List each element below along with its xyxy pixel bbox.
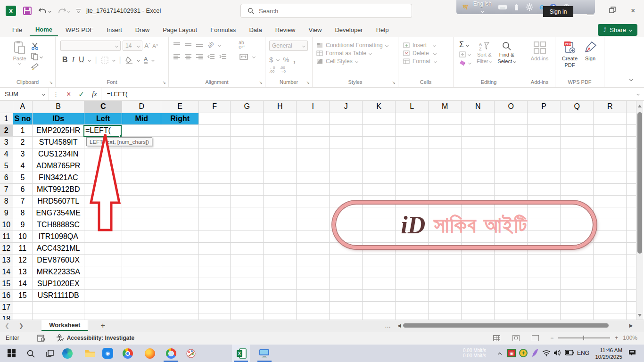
comma-style-icon[interactable]: , bbox=[293, 54, 296, 65]
cell-P3[interactable] bbox=[528, 136, 561, 148]
cell-R12[interactable] bbox=[594, 242, 627, 254]
horizontal-scrollbar[interactable]: ◀ ▶ bbox=[397, 321, 638, 329]
cell-D13[interactable] bbox=[122, 254, 161, 266]
cell-S15[interactable] bbox=[627, 278, 637, 289]
cell-A18[interactable] bbox=[13, 313, 33, 320]
cell-A10[interactable]: 9 bbox=[13, 219, 33, 230]
start-button[interactable] bbox=[6, 347, 17, 359]
firefox-icon[interactable] bbox=[144, 347, 156, 359]
cell-H13[interactable] bbox=[264, 254, 297, 266]
cell-R17[interactable] bbox=[594, 301, 627, 313]
cell-M5[interactable] bbox=[429, 160, 462, 172]
merge-dropdown-icon[interactable] bbox=[252, 55, 256, 58]
cell-H7[interactable] bbox=[264, 183, 297, 195]
collapse-ribbon-icon[interactable] bbox=[629, 77, 633, 81]
align-middle-icon[interactable] bbox=[185, 42, 191, 48]
row-header-3[interactable]: 3 bbox=[0, 136, 13, 148]
normal-view-icon[interactable] bbox=[493, 335, 500, 341]
cell-C18[interactable] bbox=[84, 313, 122, 320]
cell-E5[interactable] bbox=[161, 160, 199, 172]
tab-developer[interactable]: Developer bbox=[329, 24, 368, 36]
cell-G16[interactable] bbox=[231, 289, 264, 301]
cell-E18[interactable] bbox=[161, 313, 199, 320]
column-header-B[interactable]: B bbox=[33, 101, 84, 113]
cell-H14[interactable] bbox=[264, 266, 297, 278]
cell-B16[interactable]: USR1111DB bbox=[33, 289, 84, 301]
cell-I12[interactable] bbox=[297, 242, 330, 254]
cell-J15[interactable] bbox=[330, 278, 363, 289]
cell-B10[interactable]: TCH8888SC bbox=[33, 219, 84, 230]
cell-D12[interactable] bbox=[122, 242, 161, 254]
search-input[interactable] bbox=[259, 8, 391, 15]
cell-P18[interactable] bbox=[528, 313, 561, 320]
cell-R7[interactable] bbox=[594, 183, 627, 195]
cell-E1[interactable]: Right bbox=[161, 113, 199, 124]
column-header-D[interactable]: D bbox=[122, 101, 161, 113]
prev-sheet-icon[interactable]: ❮ bbox=[0, 322, 14, 329]
tab-insert[interactable]: Insert bbox=[101, 24, 128, 36]
row-header-16[interactable]: 16 bbox=[0, 289, 13, 301]
cell-H2[interactable] bbox=[264, 124, 297, 136]
zoom-in-icon[interactable]: + bbox=[615, 335, 618, 341]
cell-I15[interactable] bbox=[297, 278, 330, 289]
wrap-text-icon[interactable]: abc↵ bbox=[239, 41, 245, 49]
cell-E11[interactable] bbox=[161, 230, 199, 242]
cell-S7[interactable] bbox=[627, 183, 637, 195]
select-all-corner[interactable] bbox=[0, 101, 13, 113]
cell-D11[interactable] bbox=[122, 230, 161, 242]
cell-S8[interactable] bbox=[627, 195, 637, 207]
tab-view[interactable]: View bbox=[303, 24, 327, 36]
cell-G5[interactable] bbox=[231, 160, 264, 172]
edge-icon[interactable] bbox=[61, 347, 73, 359]
column-header-H[interactable]: H bbox=[264, 101, 297, 113]
cell-G11[interactable] bbox=[231, 230, 264, 242]
cell-E6[interactable] bbox=[161, 172, 199, 183]
cell-J13[interactable] bbox=[330, 254, 363, 266]
cell-J2[interactable] bbox=[330, 124, 363, 136]
cell-styles-button[interactable]: Cell Styles bbox=[316, 58, 398, 65]
column-header-Q[interactable]: Q bbox=[561, 101, 594, 113]
cell-E14[interactable] bbox=[161, 266, 199, 278]
cell-C16[interactable] bbox=[84, 289, 122, 301]
cell-A6[interactable]: 5 bbox=[13, 172, 33, 183]
cell-P13[interactable] bbox=[528, 254, 561, 266]
cell-D17[interactable] bbox=[122, 301, 161, 313]
cell-Q14[interactable] bbox=[561, 266, 594, 278]
cell-I18[interactable] bbox=[297, 313, 330, 320]
styles-dialog-launcher-icon[interactable]: ↘ bbox=[392, 80, 396, 85]
cell-K13[interactable] bbox=[363, 254, 396, 266]
cell-H12[interactable] bbox=[264, 242, 297, 254]
cell-N17[interactable] bbox=[462, 301, 495, 313]
cell-P1[interactable] bbox=[528, 113, 561, 124]
speaker-icon[interactable] bbox=[553, 349, 561, 356]
column-header-E[interactable]: E bbox=[161, 101, 199, 113]
cell-B18[interactable] bbox=[33, 313, 84, 320]
cell-J5[interactable] bbox=[330, 160, 363, 172]
cell-B2[interactable]: EMP2025HR bbox=[33, 124, 84, 136]
cell-R8[interactable] bbox=[594, 195, 627, 207]
cell-G12[interactable] bbox=[231, 242, 264, 254]
cell-N15[interactable] bbox=[462, 278, 495, 289]
cell-D2[interactable] bbox=[122, 124, 161, 136]
cell-L14[interactable] bbox=[396, 266, 429, 278]
close-button[interactable]: × bbox=[631, 7, 635, 15]
cell-O7[interactable] bbox=[495, 183, 528, 195]
save-icon[interactable] bbox=[23, 6, 32, 16]
restore-button[interactable] bbox=[609, 7, 616, 13]
conditional-formatting-button[interactable]: Conditional Formatting bbox=[316, 42, 398, 49]
cell-Q6[interactable] bbox=[561, 172, 594, 183]
redo-button[interactable] bbox=[58, 7, 70, 15]
cell-O15[interactable] bbox=[495, 278, 528, 289]
fill-down-icon[interactable] bbox=[459, 51, 466, 58]
row-header-10[interactable]: 10 bbox=[0, 219, 13, 230]
cell-K5[interactable] bbox=[363, 160, 396, 172]
cell-Q17[interactable] bbox=[561, 301, 594, 313]
cell-H18[interactable] bbox=[264, 313, 297, 320]
cell-B12[interactable]: ACC4321ML bbox=[33, 242, 84, 254]
cell-B13[interactable]: DEV8760UX bbox=[33, 254, 84, 266]
accounting-format-icon[interactable]: $ bbox=[269, 56, 273, 64]
cell-G17[interactable] bbox=[231, 301, 264, 313]
undo-dropdown-icon[interactable] bbox=[48, 9, 51, 12]
cell-F8[interactable] bbox=[199, 195, 231, 207]
addins-button[interactable]: Add-ins bbox=[524, 41, 555, 61]
